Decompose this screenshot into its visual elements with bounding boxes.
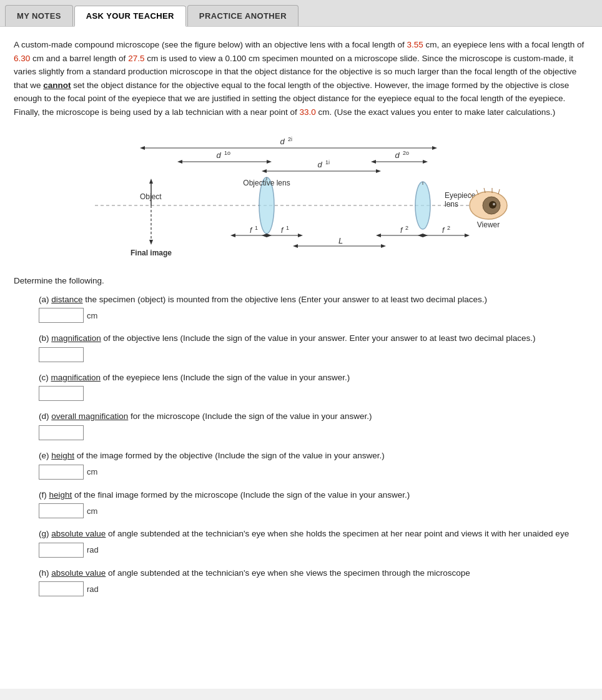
tab-ask-teacher[interactable]: ASK YOUR TEACHER [74,6,186,27]
question-h-keyword: absolute value [51,568,106,578]
tab-my-notes[interactable]: MY NOTES [5,5,73,26]
svg-text:2i: 2i [288,136,292,142]
svg-text:Viewer: Viewer [477,220,500,229]
svg-text:d: d [216,150,221,160]
svg-text:f: f [400,226,403,235]
question-f-keyword: height [49,490,72,500]
question-a: (a) distance the specimen (object) is mo… [39,293,588,323]
question-g: (g) absolute value of angle subtended at… [39,527,588,558]
svg-marker-8 [267,160,272,164]
question-g-label: (g) absolute value of angle subtended at… [39,527,588,541]
svg-text:Final image: Final image [131,249,172,257]
svg-marker-32 [230,234,235,237]
answer-g-input[interactable] [39,543,84,558]
question-d: (d) overall magnification for the micros… [39,410,588,440]
svg-marker-47 [418,234,423,237]
svg-text:L: L [338,236,343,245]
question-d-keyword: overall magnification [51,412,128,421]
question-a-label: (a) distance the specimen (object) is mo… [39,293,588,307]
svg-marker-12 [262,169,267,173]
question-h-label: (h) absolute value of angle subtended at… [39,566,588,580]
answer-a-unit: cm [87,311,97,320]
diagram-area: d 2i d 1o d 1i d 2o [14,131,588,265]
focal-length-eyepiece: 6.30 [14,54,30,63]
svg-text:lens: lens [445,200,458,209]
cannot-text: cannot [43,81,71,90]
question-b-label: (b) magnification of the objective lens … [39,332,588,345]
questions-area: (a) distance the specimen (object) is mo… [14,293,588,597]
svg-marker-3 [432,146,437,150]
svg-point-28 [415,182,430,229]
answer-a-input[interactable] [39,308,84,323]
barrel-length: 27.5 [128,54,144,63]
answer-e-input[interactable] [39,465,84,480]
svg-line-63 [498,189,500,194]
question-g-keyword: absolute value [51,529,106,538]
svg-text:d: d [280,137,285,146]
svg-text:1i: 1i [325,159,330,165]
svg-text:2: 2 [447,225,450,231]
svg-point-58 [493,203,495,205]
svg-text:f: f [442,226,445,235]
question-b: (b) magnification of the objective lens … [39,332,588,362]
svg-marker-22 [149,179,153,184]
problem-text: A custom-made compound microscope (see t… [14,38,588,119]
svg-marker-13 [376,169,381,173]
question-b-keyword: magnification [51,333,101,343]
answer-f-input[interactable] [39,503,84,518]
question-a-keyword: distance [51,295,82,304]
tab-practice-another[interactable]: PRACTICE ANOTHER [187,5,299,26]
page-wrapper: MY NOTES ASK YOUR TEACHER PRACTICE ANOTH… [0,0,602,700]
answer-h-input[interactable] [39,581,84,596]
svg-marker-18 [423,160,428,164]
svg-marker-38 [298,234,303,237]
question-c: (c) magnification of the eyepiece lens (… [39,371,588,402]
question-c-keyword: magnification [51,373,101,382]
svg-text:f: f [281,226,284,235]
svg-text:Object: Object [140,192,162,201]
svg-text:2: 2 [405,225,408,231]
svg-text:f: f [250,226,253,235]
svg-text:d: d [317,160,322,169]
answer-c-input[interactable] [39,386,84,401]
answer-g-unit: rad [87,545,99,555]
microscope-diagram: d 2i d 1o d 1i d 2o [82,131,520,265]
answer-b-input[interactable] [39,347,84,362]
question-f: (f) height of the final image formed by … [39,488,588,519]
near-point: 33.0 [300,107,316,117]
svg-text:1: 1 [286,225,289,231]
svg-marker-25 [149,240,153,245]
answer-d-input[interactable] [39,425,84,440]
question-e-keyword: height [51,451,74,460]
answer-h-unit: rad [87,584,99,594]
svg-marker-53 [381,244,386,248]
svg-point-57 [489,201,496,209]
svg-marker-2 [140,146,145,150]
focal-length-objective: 3.55 [407,40,423,49]
question-e: (e) height of the image formed by the ob… [39,449,588,480]
svg-text:d: d [395,150,400,160]
question-f-label: (f) height of the final image formed by … [39,488,588,502]
svg-marker-42 [376,234,381,237]
svg-text:1: 1 [255,225,258,231]
tab-bar: MY NOTES ASK YOUR TEACHER PRACTICE ANOTH… [0,0,602,27]
svg-marker-52 [293,244,298,248]
question-d-label: (d) overall magnification for the micros… [39,410,588,423]
determine-label: Determine the following. [14,276,588,285]
svg-marker-17 [371,160,376,164]
content-area: A custom-made compound microscope (see t… [0,27,602,689]
svg-marker-7 [177,160,182,164]
svg-text:1o: 1o [224,150,230,156]
answer-f-unit: cm [87,506,97,516]
svg-text:2o: 2o [403,150,409,156]
question-h: (h) absolute value of angle subtended at… [39,566,588,597]
question-e-label: (e) height of the image formed by the ob… [39,449,588,463]
question-c-label: (c) magnification of the eyepiece lens (… [39,371,588,385]
svg-marker-48 [465,234,470,237]
answer-e-unit: cm [87,467,97,476]
svg-marker-37 [262,234,267,237]
